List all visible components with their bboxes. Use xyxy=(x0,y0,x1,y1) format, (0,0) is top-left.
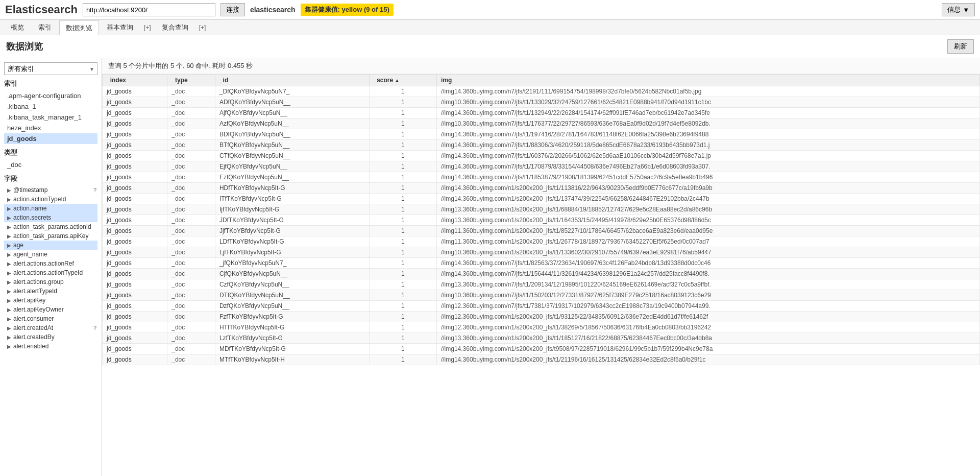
tab-index[interactable]: 索引 xyxy=(32,20,58,35)
table-cell-_score: 1 xyxy=(369,344,436,354)
sidebar-field-item[interactable]: ▶action.actionTypeId xyxy=(4,195,97,204)
table-cell-_score: 1 xyxy=(369,258,436,269)
tab-overview[interactable]: 概览 xyxy=(4,20,31,35)
table-row[interactable]: jd_goods_docLjfTKoYBfdyvNcp5It-G1//img10… xyxy=(103,247,980,258)
connect-button[interactable]: 连接 xyxy=(220,3,245,16)
table-wrapper: _index_type_id_scoreimg jd_goods_doc_DfQ… xyxy=(102,74,980,476)
page: 数据浏览 刷新 所有索引 ▼ 索引 .apm-agent-configurati… xyxy=(0,35,980,476)
table-row[interactable]: jd_goods_docADfQKoYBfdyvNcp5uN__1//img10… xyxy=(103,97,980,108)
table-cell-_id: LjfTKoYBfdyvNcp5It-G xyxy=(215,247,369,258)
table-row[interactable]: jd_goods_docCzfQKoYBfdyvNcp5uN__1//img13… xyxy=(103,279,980,290)
info-dropdown-icon: ▼ xyxy=(963,6,969,14)
index-select[interactable]: 所有索引 xyxy=(4,62,97,75)
sidebar-field-item[interactable]: ▶alert.apiKey xyxy=(4,296,97,305)
table-col-_score[interactable]: _score xyxy=(369,75,436,86)
table-cell-_score: 1 xyxy=(369,108,436,118)
sidebar-field-item[interactable]: ▶alert.createdBy xyxy=(4,332,97,342)
table-cell-_type: _doc xyxy=(167,108,215,118)
table-row[interactable]: jd_goods_docEjfQKoYBfdyvNcp5uN__1//img14… xyxy=(103,161,980,172)
sidebar-index-item[interactable]: jd_goods xyxy=(4,133,97,144)
table-row[interactable]: jd_goods_docJDfTKoYBfdyvNcp5It-G1//img13… xyxy=(103,215,980,226)
field-expand-icon: ▶ xyxy=(7,335,11,340)
field-expand-icon: ▶ xyxy=(7,243,11,248)
table-cell-img: //img14.360buyimg.com/n1/s200x200_jfs/t9… xyxy=(436,344,979,354)
table-row[interactable]: jd_goods_docDzfQKoYBfdyvNcp5uN__1//img12… xyxy=(103,301,980,312)
table-cell-_type: _doc xyxy=(167,151,215,161)
table-row[interactable]: jd_goods_docBTfQKoYBfdyvNcp5uN__1//img14… xyxy=(103,140,980,151)
table-cell-img: //img13.360buyimg.com/n1/s200x200_jfs/t1… xyxy=(436,215,979,226)
sidebar-field-item[interactable]: ▶alert.apiKeyOwner xyxy=(4,305,97,314)
table-cell-_score: 1 xyxy=(369,140,436,151)
table-cell-_index: jd_goods xyxy=(103,279,167,290)
sidebar-field-item[interactable]: ▶agent_name xyxy=(4,250,97,259)
table-row[interactable]: jd_goods_docEzfQKoYBfdyvNcp5uN__1//img14… xyxy=(103,172,980,183)
table-row[interactable]: jd_goods_docJjfTKoYBfdyvNcp5It-G1//img11… xyxy=(103,226,980,236)
table-cell-_index: jd_goods xyxy=(103,247,167,258)
table-row[interactable]: jd_goods_docCjfQKoYBfdyvNcp5uN__1//img14… xyxy=(103,269,980,279)
table-cell-_id: EzfQKoYBfdyvNcp5uN__ xyxy=(215,172,369,183)
main-layout: 所有索引 ▼ 索引 .apm-agent-configuration.kiban… xyxy=(0,58,980,476)
table-col-img[interactable]: img xyxy=(436,75,979,86)
table-cell-_score: 1 xyxy=(369,86,436,97)
table-row[interactable]: jd_goods_docAzfQKoYBfdyvNcp5uN__1//img10… xyxy=(103,118,980,129)
tab-compound-add[interactable]: [+] xyxy=(196,22,209,33)
table-row[interactable]: jd_goods_docCTfQKoYBfdyvNcp5uN__1//img14… xyxy=(103,151,980,161)
sidebar-field-item[interactable]: ▶alert.enabled xyxy=(4,342,97,351)
table-cell-img: //img13.360buyimg.com/n1/s200x200_jfs/t1… xyxy=(436,204,979,215)
field-help-icon[interactable]: ? xyxy=(93,325,96,331)
table-cell-_type: _doc xyxy=(167,322,215,333)
sidebar-index-item[interactable]: .apm-agent-configuration xyxy=(4,90,97,101)
sidebar-field-item[interactable]: ▶action.secrets xyxy=(4,213,97,222)
table-row[interactable]: jd_goods_docMDfTKoYBfdyvNcp5It-G1//img14… xyxy=(103,344,980,354)
table-row[interactable]: jd_goods_docIjfTKoYBfdyvNcp5It-G1//img13… xyxy=(103,204,980,215)
table-cell-_id: JDfTKoYBfdyvNcp5It-G xyxy=(215,215,369,226)
sidebar-field-item[interactable]: ▶alert.consumer xyxy=(4,314,97,323)
sidebar-field-item[interactable]: ▶alert.actions.group xyxy=(4,277,97,287)
table-row[interactable]: jd_goods_docHTfTKoYBfdyvNcp5It-G1//img12… xyxy=(103,322,980,333)
table-cell-_index: jd_goods xyxy=(103,172,167,183)
table-row[interactable]: jd_goods_docFzfTKoYBfdyvNcp5It-G1//img12… xyxy=(103,312,980,322)
sidebar-field-item[interactable]: ▶action_task_params.actionId xyxy=(4,222,97,231)
table-cell-img: //img13.360buyimg.com/n7/jfs/t1/209134/1… xyxy=(436,279,979,290)
table-row[interactable]: jd_goods_docLzfTKoYBfdyvNcp5It-G1//img13… xyxy=(103,333,980,344)
field-list: ▶@timestamp?▶action.actionTypeId▶action.… xyxy=(4,185,97,351)
sidebar-field-item[interactable]: ▶alert.createdAt? xyxy=(4,323,97,332)
field-name-label: alert.createdAt xyxy=(13,324,91,331)
table-cell-_index: jd_goods xyxy=(103,226,167,236)
table-cell-_id: ADfQKoYBfdyvNcp5uN__ xyxy=(215,97,369,108)
sidebar-field-item[interactable]: ▶alert.alertTypeId xyxy=(4,287,97,296)
table-row[interactable]: jd_goods_docHDfTKoYBfdyvNcp5It-G1//img14… xyxy=(103,183,980,194)
url-input[interactable] xyxy=(83,3,215,16)
tab-basic-add[interactable]: [+] xyxy=(141,22,154,33)
tab-compound-query[interactable]: 复合查询 xyxy=(155,20,195,35)
table-col-_id[interactable]: _id xyxy=(215,75,369,86)
sidebar-field-item[interactable]: ▶age xyxy=(4,241,97,250)
table-row[interactable]: jd_goods_doc_jfQKoYBfdyvNcp5uN7_1//img14… xyxy=(103,258,980,269)
table-row[interactable]: jd_goods_docLDfTKoYBfdyvNcp5It-G1//img11… xyxy=(103,236,980,247)
sidebar-field-item[interactable]: ▶action.name xyxy=(4,204,97,213)
table-col-_type[interactable]: _type xyxy=(167,75,215,86)
table-row[interactable]: jd_goods_docBDfQKoYBfdyvNcp5uN__1//img14… xyxy=(103,129,980,140)
sidebar-field-item[interactable]: ▶alert.actions.actionRef xyxy=(4,259,97,268)
table-cell-_index: jd_goods xyxy=(103,301,167,312)
sidebar-field-item[interactable]: ▶@timestamp? xyxy=(4,185,97,195)
table-cell-img: //img12.360buyimg.com/n1/s200x200_jfs/t1… xyxy=(436,322,979,333)
field-help-icon[interactable]: ? xyxy=(93,187,96,193)
sidebar-index-item[interactable]: heze_index xyxy=(4,123,97,133)
tab-basic-query[interactable]: 基本查询 xyxy=(100,20,140,35)
table-cell-_score: 1 xyxy=(369,204,436,215)
sidebar-field-item[interactable]: ▶action_task_params.apiKey xyxy=(4,231,97,241)
table-row[interactable]: jd_goods_docAjfQKoYBfdyvNcp5uN__1//img14… xyxy=(103,108,980,118)
refresh-button[interactable]: 刷新 xyxy=(947,39,974,54)
field-name-label: alert.createdBy xyxy=(13,334,96,341)
table-row[interactable]: jd_goods_docMTfTKoYBfdyvNcp5It-H1//img14… xyxy=(103,354,980,365)
info-button[interactable]: 信息 ▼ xyxy=(942,3,975,16)
sidebar-index-item[interactable]: .kibana_task_manager_1 xyxy=(4,112,97,123)
table-col-_index[interactable]: _index xyxy=(103,75,167,86)
table-row[interactable]: jd_goods_docDTfQKoYBfdyvNcp5uN__1//img10… xyxy=(103,290,980,301)
sidebar-index-item[interactable]: .kibana_1 xyxy=(4,101,97,112)
table-row[interactable]: jd_goods_docITfTKoYBfdyvNcp5It-G1//img14… xyxy=(103,194,980,204)
tab-data-browse[interactable]: 数据浏览 xyxy=(59,20,99,35)
sidebar-field-item[interactable]: ▶alert.actions.actionTypeId xyxy=(4,268,97,277)
table-row[interactable]: jd_goods_doc_DfQKoYBfdyvNcp5uN7_1//img14… xyxy=(103,86,980,97)
